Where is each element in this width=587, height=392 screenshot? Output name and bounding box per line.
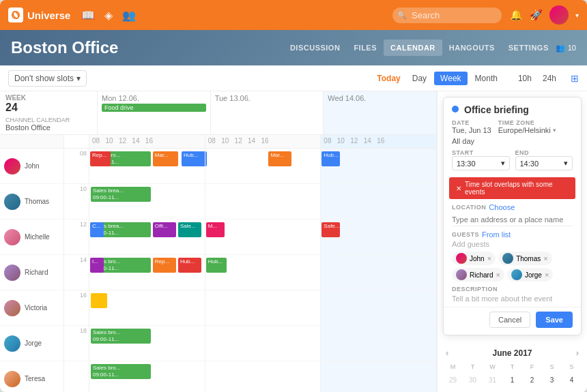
mini-day-5[interactable]: 5: [446, 388, 460, 392]
avatar-teresa: [4, 371, 20, 387]
person-row-victoria: Victoria: [0, 290, 63, 326]
mini-day-2[interactable]: 2: [526, 373, 539, 387]
tab-day[interactable]: Day: [406, 72, 433, 85]
person-name-richard: Richard: [25, 269, 48, 276]
all-day-label: All day: [452, 137, 474, 145]
tue-michelle-slot: M...: [205, 220, 321, 255]
date-value: Tue, Jun 13: [452, 126, 491, 134]
mini-day-1[interactable]: 1: [506, 373, 519, 387]
mini-day-11[interactable]: 11: [565, 388, 579, 392]
guests-label: GUESTS: [452, 231, 479, 238]
event-hub-john-wed[interactable]: Hub...: [321, 151, 340, 166]
rocket-icon[interactable]: 🚀: [530, 9, 543, 21]
wed-teresa-slot: [321, 361, 436, 392]
event-clien-michelle-mon[interactable]: C...: [90, 222, 104, 237]
channel-tabs: DISCUSSION FILES CALENDAR HANGOUTS SETTI…: [283, 40, 576, 56]
mon-victoria-slot: [89, 290, 205, 326]
mini-cal-next[interactable]: ›: [573, 346, 582, 359]
start-input[interactable]: 13:30 ▾: [452, 156, 510, 170]
desc-input[interactable]: Tell a bit more about the event: [452, 295, 573, 303]
mini-day-7[interactable]: 7: [486, 388, 500, 392]
event-off-michelle-mon[interactable]: Offi...: [153, 222, 176, 237]
conflict-x-icon: ✕: [456, 185, 461, 192]
guest-avatar-jorge: [511, 269, 522, 280]
remove-john-button[interactable]: ×: [487, 254, 491, 262]
universe-icon: [8, 7, 23, 22]
mini-day-30[interactable]: 30: [466, 373, 480, 387]
timezone-chevron[interactable]: ▾: [553, 127, 556, 134]
mini-day-9[interactable]: 9: [526, 388, 539, 392]
cancel-button[interactable]: Cancel: [489, 312, 530, 328]
guest-chip-jorge: Jorge ×: [507, 268, 553, 282]
tab-10h[interactable]: 10h: [513, 72, 536, 85]
event-hub-richard-tue[interactable]: Hub...: [206, 258, 227, 273]
book-icon[interactable]: 📖: [81, 9, 95, 22]
add-guests-input[interactable]: Add guests: [452, 240, 573, 248]
event-safe-michelle-wed[interactable]: Safe...: [321, 222, 340, 237]
avatar[interactable]: [549, 5, 569, 25]
mini-day-6[interactable]: 6: [466, 388, 480, 392]
mini-cal-prev[interactable]: ‹: [443, 346, 451, 359]
event-sales-bro-teresa-mon[interactable]: Sales bro...09:00-11...: [91, 364, 151, 379]
event-sale-michelle-mon[interactable]: Sale...: [178, 222, 201, 237]
start-field: START 13:30 ▾: [452, 149, 510, 170]
grid-icon[interactable]: ⊞: [571, 73, 579, 84]
remove-thomas-button[interactable]: ×: [543, 254, 547, 262]
event-rep-john-mon[interactable]: Rep...: [90, 151, 111, 166]
from-list-link[interactable]: From list: [482, 230, 511, 239]
mini-day-31[interactable]: 31: [486, 373, 500, 387]
nav-logo[interactable]: Universe: [8, 7, 70, 22]
guest-chip-john: John ×: [452, 252, 496, 265]
layers-icon[interactable]: ◈: [104, 9, 113, 22]
mini-day-8[interactable]: 8: [506, 388, 519, 392]
tab-month[interactable]: Month: [469, 72, 504, 85]
slots-dropdown[interactable]: Don't show slots ▾: [8, 70, 87, 87]
mini-day-3[interactable]: 3: [545, 373, 559, 387]
search-input[interactable]: [392, 7, 502, 23]
event-v-victoria-mon[interactable]: [91, 293, 107, 308]
week-num: 24: [5, 102, 91, 114]
tab-discussion[interactable]: DISCUSSION: [283, 40, 347, 56]
event-hub-richard-mon[interactable]: Hub...: [178, 258, 201, 273]
end-chevron: ▾: [564, 159, 568, 168]
tab-settings[interactable]: SETTINGS: [502, 40, 556, 56]
event-hub-john-mon[interactable]: Hub...: [182, 151, 207, 166]
mini-day-4[interactable]: 4: [565, 373, 579, 387]
end-input[interactable]: 14:30 ▾: [515, 156, 573, 170]
mon-teresa-slot: Sales bro...09:00-11...: [89, 361, 205, 392]
day-header-mon: Mon 12.06.: [102, 94, 206, 102]
channel-title: Boston Office: [11, 38, 283, 57]
event-sales-bro-jorge-mon[interactable]: Sales bro...09:00-11...: [91, 329, 151, 344]
event-int-richard-mon[interactable]: I...: [90, 258, 104, 273]
tab-files[interactable]: FILES: [347, 40, 384, 56]
tab-hangouts[interactable]: HANGOUTS: [442, 40, 502, 56]
event-mar-john-mon[interactable]: Mar...: [153, 151, 178, 166]
tab-week[interactable]: Week: [434, 72, 467, 85]
event-mar-michelle-tue[interactable]: M...: [206, 222, 225, 237]
channel-members[interactable]: 👥 10: [556, 44, 576, 52]
avatar-victoria: [4, 300, 20, 316]
week-label: WEEK: [5, 94, 91, 102]
day-header-wed: Wed 14.06.: [328, 94, 432, 102]
mini-day-10[interactable]: 10: [545, 388, 559, 392]
time-14: 14: [64, 255, 89, 290]
event-rep-richard-mon[interactable]: Rep...: [153, 258, 176, 273]
mon-john-slot: Sales bro...09:00-11... Mar... Hub... Re…: [89, 149, 205, 184]
notifications-icon[interactable]: 🔔: [510, 9, 523, 21]
avatar-dropdown[interactable]: ▾: [575, 12, 579, 19]
tab-calendar[interactable]: CALENDAR: [384, 40, 442, 56]
event-mar-john-tue[interactable]: Mar...: [268, 151, 291, 166]
avatar-richard: [4, 265, 20, 281]
tab-24h[interactable]: 24h: [538, 72, 561, 85]
mini-day-29[interactable]: 29: [446, 373, 460, 387]
save-button[interactable]: Save: [536, 312, 573, 328]
event-sales-bro-thomas-mon[interactable]: Sales brea...09:00-11...: [91, 187, 151, 202]
location-choose[interactable]: Choose: [489, 203, 515, 211]
remove-jorge-button[interactable]: ×: [545, 271, 549, 279]
food-drive-event[interactable]: Food drive: [102, 104, 206, 112]
location-input[interactable]: [452, 213, 573, 226]
hour-tabs: 10h 24h: [513, 72, 561, 85]
remove-richard-button[interactable]: ×: [496, 271, 500, 279]
people-icon[interactable]: 👥: [122, 9, 136, 22]
today-button[interactable]: Today: [377, 74, 400, 83]
